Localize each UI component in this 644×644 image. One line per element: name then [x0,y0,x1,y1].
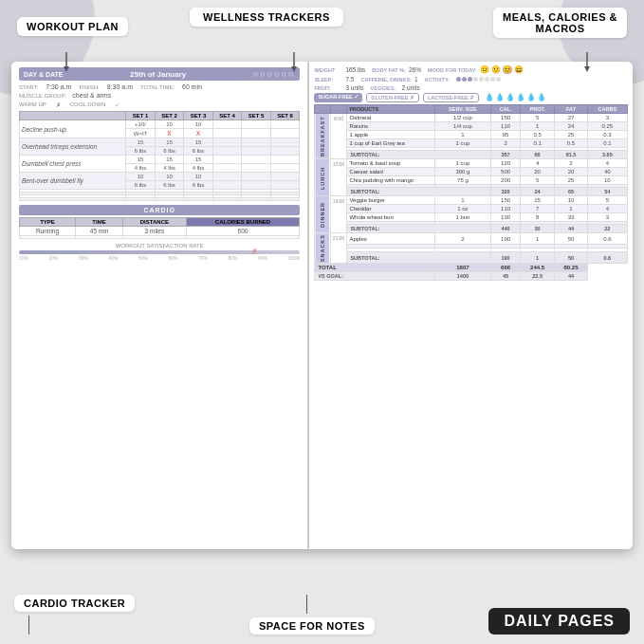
cell [270,138,300,147]
cell: 8 [520,213,554,222]
cell: X [155,129,184,138]
workout-plan-label: WORKOUT PLAN [17,17,128,36]
cell: 10 [155,173,184,181]
lactose-free-badge: LACTOSE-FREE ✗ [423,93,479,102]
cell: 3 [587,213,627,222]
cell: 6 lbs [126,181,156,190]
dot [490,77,495,82]
exercise-header [20,112,126,120]
cell: 50 [555,252,587,264]
total-value: 60 min [182,83,202,90]
cell [242,147,271,156]
cell: 2 [491,139,521,148]
table-row: DINNER 19:00 Veggie burger 1 150 15 10 5 [315,196,628,205]
cell: 7 [520,205,554,213]
cell: 150 [491,114,521,122]
cell: 15 [184,156,213,164]
cell: 1400 [434,272,491,281]
cell [270,181,300,190]
cell [212,181,242,190]
cell: 0.5 [555,139,587,148]
start-value: 7:30 a.m [46,83,71,90]
vs-goal-row: VS GOAL: 1400 45 22.5 44 [315,272,628,281]
cell: 190 [491,233,521,245]
cell [270,120,300,129]
lunch-label: LUNCH [315,159,330,196]
cardio-distance: 3 miles [123,227,187,236]
arrow-line-cardio [28,616,40,635]
start-finish-row: START: 7:30 a.m FINISH: 8:30 a.m TOTAL T… [19,83,300,90]
weight-value: 165 lbs [345,66,365,73]
cardio-distance-header: DISTANCE [123,218,187,227]
cell: 24 [520,188,554,196]
cell: 4 lbs [184,164,213,173]
water-drop: 💧 [485,93,494,102]
cell: 50 [555,233,587,245]
snacks-subtotal: SUBTOTAL: 190 1 50 0.6 [315,252,628,264]
water-drop-empty: 💧 [526,93,536,102]
carbs-header: CARBS [587,105,627,114]
set4-header: SET 4 [212,112,242,120]
dot [479,77,484,82]
satisfaction-marker: ✗ [251,248,258,256]
cell: 15 [155,138,184,147]
cell [270,147,300,156]
cell: 2 [555,159,587,168]
gluten-free-badge: GLUTEN-FREE ✗ [366,93,419,102]
muscle-row: MUSCLE GROUP: chest & arms [19,92,300,99]
cell: 15 [126,156,156,164]
subtotal-label: SUBTOTAL: [347,188,491,196]
cell: 5 [520,176,554,185]
product-raisins: Raisins [347,122,434,131]
cell: 0.3 [587,131,627,139]
table-row: 1 apple 1 95 0.5 25 0.3 [315,131,628,139]
table-row: BREAKFAST 8:00 Oatmeal 1/2 cup 150 5 27 … [315,114,628,122]
day-date-header: DAY & DATE 25th of January ○○○○○○ [19,67,300,81]
cell: 5 [587,196,627,205]
cell: 1/4 cup [434,122,491,131]
satisfaction-bar: ✗ [19,250,300,254]
cell [212,156,242,164]
cell: 22.5 [520,272,554,281]
sugar-free-badge: SUGAR-FREE ✓ [314,93,362,102]
arrow-line-notes [306,595,318,614]
mood-icon-excited: 😄 [514,65,524,74]
cardio-calories: 600 [186,227,300,236]
cell: 10 [555,196,587,205]
cell [20,198,126,201]
table-row: SNACKS 21:00 Apples 2 190 1 50 0.6 [315,233,628,245]
cardio-tracker-label: CARDIO TRACKER [14,595,135,612]
day-date-label: DAY & DATE [24,71,64,78]
breakfast-time: 8:00 [330,114,347,159]
products-header: PRODUCTS [347,105,434,114]
cell: 20 [520,168,554,176]
bottom-labels: CARDIO TRACKER SPACE FOR NOTES DAILY PAG… [0,595,644,635]
exercise-overhead: Overhead triceps extension [20,138,126,156]
cardio-calories-header: CALORIES BURNED [186,218,300,227]
cell: 4 [520,159,554,168]
cell [242,164,271,173]
cell: 33 [555,213,587,222]
exercise-decline: Decline push-up [20,120,126,138]
muscle-value: chest & arms [72,92,111,99]
table-row: Caesar salad 300 g 500 20 20 40 [315,168,628,176]
cardio-header: CARDIO [19,205,300,215]
wellness-trackers-label: WELLNESS TRACKERS [190,8,343,27]
product-apple: 1 apple [347,131,434,139]
cell: 15 [520,196,554,205]
table-row: LUNCH 13:00 Tomato & basil soup 1 cup 12… [315,159,628,168]
fruit-value: 3 units [345,84,363,91]
cell: 500 [491,168,521,176]
water-drop: 💧 [506,93,515,102]
cell [184,198,213,201]
cell [242,138,271,147]
dot [485,77,489,82]
dot [468,77,472,82]
cell: 0.25 [587,122,627,131]
cell [20,236,76,239]
cell: 66 [520,151,554,159]
dinner-time: 19:00 [330,196,347,233]
left-page: DAY & DATE 25th of January ○○○○○○ START:… [11,62,309,549]
meals-table: PRODUCTS SERV. SIZE CAL. PROT. FAT CARBS… [314,104,628,281]
cell: 0.1 [520,139,554,148]
